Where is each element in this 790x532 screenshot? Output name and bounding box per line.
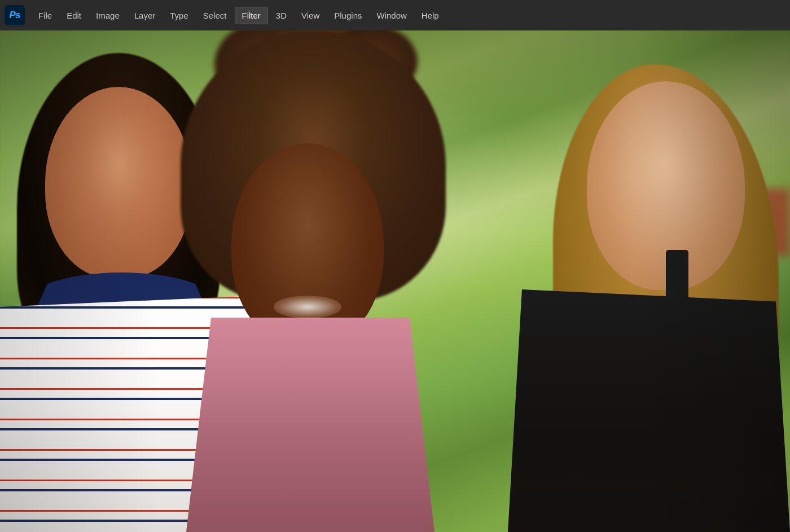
menu-3d[interactable]: 3D [269,7,293,24]
menu-help[interactable]: Help [415,7,446,24]
menu-window[interactable]: Window [370,7,413,24]
menu-filter[interactable]: Filter [235,7,268,24]
menu-file[interactable]: File [32,7,59,24]
menu-select[interactable]: Select [196,7,234,24]
ps-logo: Ps [5,5,25,25]
menu-view[interactable]: View [295,7,326,24]
menu-layer[interactable]: Layer [128,7,163,24]
menu-plugins[interactable]: Plugins [327,7,368,24]
menu-edit[interactable]: Edit [60,7,88,24]
menu-image[interactable]: Image [89,7,126,24]
canvas-area [0,30,790,532]
menu-type[interactable]: Type [163,7,195,24]
photo-composite [0,30,790,532]
menubar: Ps File Edit Image Layer Type Select Fil… [0,0,790,30]
arm-overlay [0,282,790,533]
ps-logo-text: Ps [10,10,20,21]
